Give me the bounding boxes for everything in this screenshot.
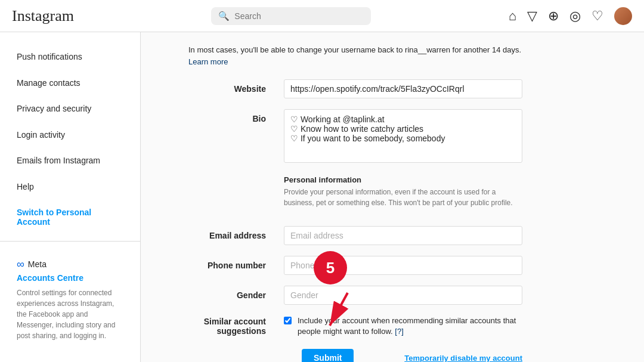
similar-field-wrapper: Include your account when recommending s… xyxy=(284,315,522,337)
gender-input[interactable] xyxy=(284,286,522,305)
header-icons: ⌂ ▽ ⊕ ◎ ♡ xyxy=(509,7,632,25)
accounts-centre-link[interactable]: Accounts Centre xyxy=(17,273,123,283)
personal-info-spacer xyxy=(188,175,284,180)
meta-logo: ∞ Meta xyxy=(17,258,123,271)
email-input[interactable] xyxy=(284,226,522,245)
personal-info-desc: Provide your personal information, even … xyxy=(284,187,522,208)
website-row: Website xyxy=(188,79,522,98)
search-bar[interactable]: 🔍 xyxy=(211,7,371,25)
layout: Push notifications Manage contacts Priva… xyxy=(0,32,644,362)
sidebar-item-emails[interactable]: Emails from Instagram xyxy=(0,148,140,174)
gender-row: Gender xyxy=(188,286,522,305)
sidebar-label-emails: Emails from Instagram xyxy=(17,156,100,165)
website-input[interactable] xyxy=(284,79,522,98)
sidebar-label-privacy: Privacy and security xyxy=(17,104,91,113)
instagram-logo: Instagram xyxy=(12,7,74,25)
temporarily-disable-link[interactable]: Temporarily disable my account xyxy=(404,354,522,362)
email-row: Email address xyxy=(188,226,522,245)
similar-suggestions-row: Similar account suggestions Include your… xyxy=(188,315,522,337)
bio-label: Bio xyxy=(188,109,284,123)
website-field xyxy=(284,79,522,98)
sidebar-item-privacy-security[interactable]: Privacy and security xyxy=(0,96,140,122)
sidebar-label-push: Push notifications xyxy=(17,52,82,61)
sidebar-item-push-notifications[interactable]: Push notifications xyxy=(0,44,140,70)
sidebar-item-manage-contacts[interactable]: Manage contacts xyxy=(0,70,140,97)
gender-label: Gender xyxy=(188,286,284,300)
meta-icon: ∞ xyxy=(17,258,24,271)
sidebar-divider xyxy=(0,241,140,242)
submit-button[interactable]: Submit xyxy=(302,349,354,362)
phone-input[interactable] xyxy=(284,256,522,275)
similar-learn-more-link[interactable]: [?] xyxy=(395,327,403,336)
similar-checkbox[interactable] xyxy=(284,317,292,324)
phone-label: Phone number xyxy=(188,256,284,270)
meta-section: ∞ Meta Accounts Centre Control settings … xyxy=(0,249,140,351)
learn-more-link[interactable]: Learn more xyxy=(188,57,228,66)
meta-label: Meta xyxy=(28,259,47,269)
avatar[interactable] xyxy=(614,7,632,25)
gender-field-wrapper xyxy=(284,286,522,305)
home-icon[interactable]: ⌂ xyxy=(509,8,516,24)
personal-info-row: Personal information Provide your person… xyxy=(188,175,522,215)
switch-personal-account-link[interactable]: Switch to Personal Account xyxy=(0,200,140,234)
activity-icon[interactable]: ▽ xyxy=(527,8,537,24)
email-label: Email address xyxy=(188,226,284,240)
phone-field-wrapper: 5 xyxy=(284,256,522,275)
sidebar-label-contacts: Manage contacts xyxy=(17,78,80,88)
content-area: In most cases, you'll be able to change … xyxy=(141,32,558,362)
personal-info-title: Personal information xyxy=(284,175,522,184)
explore-icon[interactable]: ◎ xyxy=(569,8,581,24)
meta-description: Control settings for connected experienc… xyxy=(17,287,123,341)
similar-checkbox-area: Include your account when recommending s… xyxy=(284,315,522,337)
similar-checkbox-label: Include your account when recommending s… xyxy=(298,315,522,337)
sidebar-label-help: Help xyxy=(17,182,34,191)
bio-textarea[interactable]: ♡ Working at @taplink.at ♡ Know how to w… xyxy=(284,109,522,163)
main-content: In most cases, you'll be able to change … xyxy=(141,32,644,362)
search-input[interactable] xyxy=(234,11,364,21)
bio-field: ♡ Working at @taplink.at ♡ Know how to w… xyxy=(284,109,522,165)
sidebar-item-login-activity[interactable]: Login activity xyxy=(0,122,140,148)
heart-icon[interactable]: ♡ xyxy=(592,8,603,24)
sidebar-label-login: Login activity xyxy=(17,130,65,140)
website-label: Website xyxy=(188,79,284,94)
phone-row: Phone number 5 xyxy=(188,256,522,275)
add-icon[interactable]: ⊕ xyxy=(548,8,559,24)
buttons-row: Submit Temporarily disable my account xyxy=(188,349,522,362)
email-field-wrapper xyxy=(284,226,522,245)
header: Instagram 🔍 ⌂ ▽ ⊕ ◎ ♡ xyxy=(0,0,644,32)
notice-text: In most cases, you'll be able to change … xyxy=(188,44,522,67)
personal-info-section: Personal information Provide your person… xyxy=(284,175,522,208)
search-icon: 🔍 xyxy=(218,11,230,21)
sidebar: Push notifications Manage contacts Priva… xyxy=(0,32,141,362)
sidebar-item-help[interactable]: Help xyxy=(0,174,140,200)
similar-label: Similar account suggestions xyxy=(188,315,284,336)
bio-row: Bio ♡ Working at @taplink.at ♡ Know how … xyxy=(188,109,522,165)
